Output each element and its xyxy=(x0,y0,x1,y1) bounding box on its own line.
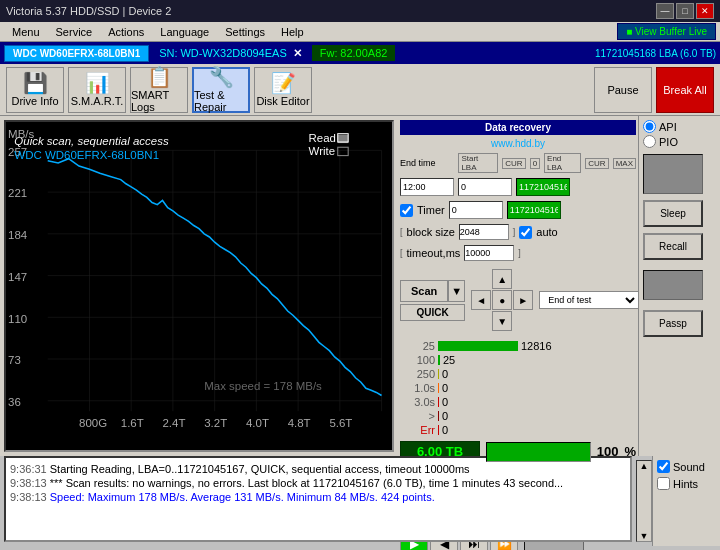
nav-down-button[interactable]: ▼ xyxy=(492,311,512,331)
recall-slider[interactable] xyxy=(643,270,703,300)
interface-slider[interactable] xyxy=(643,154,703,194)
end-time-input[interactable] xyxy=(400,178,454,196)
hints-row: Hints xyxy=(657,477,716,490)
menu-item-actions[interactable]: Actions xyxy=(100,25,152,39)
hist-bar-100 xyxy=(438,355,440,365)
nav-arrows: ▲ ◄ ● ► ▼ xyxy=(471,269,533,331)
sound-label: Sound xyxy=(673,461,705,473)
timeout-bracket: [ xyxy=(400,248,403,258)
test-repair-icon: 🔧 xyxy=(209,67,234,87)
svg-text:Write: Write xyxy=(309,145,336,157)
timer-input[interactable] xyxy=(449,201,503,219)
smart-label: S.M.A.R.T. xyxy=(71,95,124,107)
smart-logs-icon: 📋 xyxy=(147,67,172,87)
pause-label: Pause xyxy=(607,84,638,96)
break-all-button[interactable]: Break All xyxy=(656,67,714,113)
drive-tab[interactable]: WDC WD60EFRX-68L0BN1 xyxy=(4,45,149,62)
timeout-input[interactable] xyxy=(464,245,514,261)
smart-button[interactable]: 📊 S.M.A.R.T. xyxy=(68,67,126,113)
recall-button[interactable]: Recall xyxy=(643,233,703,260)
timeout-row: [ timeout,ms ] xyxy=(400,245,636,261)
auto-checkbox[interactable] xyxy=(519,226,532,239)
sleep-button[interactable]: Sleep xyxy=(643,200,703,227)
close-button[interactable]: ✕ xyxy=(696,3,714,19)
passp-button[interactable]: Passp xyxy=(643,310,703,337)
smart-logs-button[interactable]: 📋 SMART Logs xyxy=(130,67,188,113)
svg-text:3.2T: 3.2T xyxy=(204,417,227,429)
api-radio[interactable] xyxy=(643,120,656,133)
scroll-up-icon[interactable]: ▲ xyxy=(640,461,649,471)
pio-radio[interactable] xyxy=(643,135,656,148)
start-lba-cur-val: 0 xyxy=(530,158,540,169)
hist-label-25: 25 xyxy=(400,340,435,352)
log-area[interactable]: 9:36:31 Starting Reading, LBA=0..1172104… xyxy=(4,456,632,542)
drive-info-icon: 💾 xyxy=(23,73,48,93)
end-time-row: End time Start LBA CUR 0 End LBA CUR MAX xyxy=(400,153,636,173)
drive-firmware: Fw: 82.00A82 xyxy=(312,45,396,61)
minimize-button[interactable]: — xyxy=(656,3,674,19)
timer-checkbox[interactable] xyxy=(400,204,413,217)
start-lba-input[interactable] xyxy=(458,178,512,196)
nav-center-button[interactable]: ● xyxy=(492,290,512,310)
pause-button[interactable]: Pause xyxy=(594,67,652,113)
drive-close-button[interactable]: ✕ xyxy=(293,47,302,60)
disk-editor-label: Disk Editor xyxy=(256,95,309,107)
block-size-input[interactable] xyxy=(459,224,509,240)
hist-bar-gt xyxy=(438,411,439,421)
svg-text:WDC WD60EFRX-68L0BN1: WDC WD60EFRX-68L0BN1 xyxy=(14,149,159,161)
api-label: API xyxy=(659,121,677,133)
scroll-down-icon[interactable]: ▼ xyxy=(640,531,649,541)
svg-text:73: 73 xyxy=(8,354,21,366)
hist-bar-25 xyxy=(438,341,518,351)
block-size-bracket2: ] xyxy=(513,227,516,237)
svg-text:MB/s: MB/s xyxy=(8,128,34,140)
end-lba-max: MAX xyxy=(613,158,636,169)
chart-area: 257 221 184 147 110 73 36 800G 1.6T 2.4T… xyxy=(4,120,394,452)
timer-end-input[interactable] xyxy=(507,201,561,219)
hist-count-100: 25 xyxy=(443,354,473,366)
disk-editor-button[interactable]: 📝 Disk Editor xyxy=(254,67,312,113)
hist-row-250: 250 0 xyxy=(400,368,636,380)
svg-text:Read: Read xyxy=(309,132,336,144)
hints-checkbox[interactable] xyxy=(657,477,670,490)
drive-sn: SN: WD-WX32D8094EAS xyxy=(159,47,287,59)
sound-checkbox[interactable] xyxy=(657,460,670,473)
start-lba-cur: CUR xyxy=(502,158,525,169)
sound-row: Sound xyxy=(657,460,716,473)
svg-text:Quick scan, sequential access: Quick scan, sequential access xyxy=(14,135,169,147)
menu-item-service[interactable]: Service xyxy=(48,25,101,39)
data-recovery-header: Data recovery xyxy=(400,120,636,135)
block-size-row: [ block size ] auto xyxy=(400,224,636,240)
svg-text:1.6T: 1.6T xyxy=(121,417,144,429)
pio-label: PIO xyxy=(659,136,678,148)
bottom-area: 9:36:31 Starting Reading, LBA=0..1172104… xyxy=(0,456,720,546)
scan-area: Scan ▼ QUICK ▲ ◄ ● ► ▼ End of test xyxy=(400,269,636,331)
menu-item-settings[interactable]: Settings xyxy=(217,25,273,39)
timer-label: Timer xyxy=(417,204,445,216)
nav-right-button[interactable]: ► xyxy=(513,290,533,310)
menu-item-help[interactable]: Help xyxy=(273,25,312,39)
histogram: 25 12816 100 25 250 0 1.0s 0 3.0s xyxy=(400,340,636,436)
hist-count-250: 0 xyxy=(442,368,472,380)
scan-dropdown-button[interactable]: ▼ xyxy=(448,280,465,302)
test-repair-button[interactable]: 🔧 Test & Repair xyxy=(192,67,250,113)
menu-item-menu[interactable]: Menu xyxy=(4,25,48,39)
nav-up-button[interactable]: ▲ xyxy=(492,269,512,289)
hist-count-gt: 0 xyxy=(442,410,472,422)
view-buffer-button[interactable]: ■ View Buffer Live xyxy=(617,23,716,40)
svg-text:4.0T: 4.0T xyxy=(246,417,269,429)
nav-left-button[interactable]: ◄ xyxy=(471,290,491,310)
hist-row-100: 100 25 xyxy=(400,354,636,366)
svg-rect-0 xyxy=(6,130,392,443)
menu-item-language[interactable]: Language xyxy=(152,25,217,39)
end-lba-input[interactable] xyxy=(516,178,570,196)
hist-bar-1s xyxy=(438,383,439,393)
quick-button[interactable]: QUICK xyxy=(400,304,465,321)
scan-button[interactable]: Scan xyxy=(400,280,448,302)
svg-text:4.8T: 4.8T xyxy=(288,417,311,429)
maximize-button[interactable]: □ xyxy=(676,3,694,19)
end-of-test-select[interactable]: End of test xyxy=(539,291,639,309)
drive-info-button[interactable]: 💾 Drive Info xyxy=(6,67,64,113)
log-scrollbar[interactable]: ▲ ▼ xyxy=(636,460,652,542)
drive-info-label: Drive Info xyxy=(11,95,58,107)
